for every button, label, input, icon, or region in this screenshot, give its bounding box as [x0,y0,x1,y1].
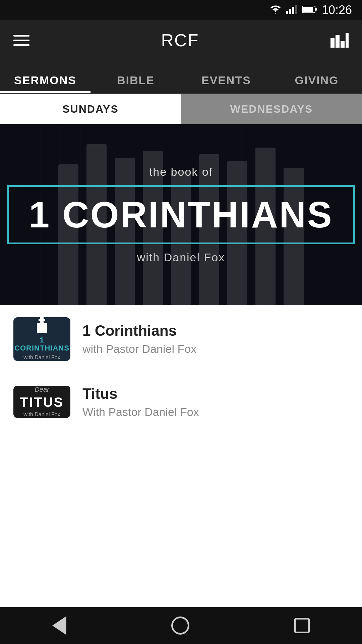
status-bar: 10:26 [0,0,362,20]
recents-icon [294,618,310,633]
bottom-nav [0,607,362,644]
titus-thumb-label: TITUS [20,395,64,410]
hero-title-box: 1 CORINTHIANS [7,185,355,244]
titus-thumb-sub: with Daniel Fox [23,411,60,418]
hero-author: with Daniel Fox [137,251,225,264]
sermon-info-titus: Titus With Pastor Daniel Fox [82,385,349,419]
hero-subtitle: the book of [149,165,213,178]
sermon-title-titus: Titus [82,385,349,402]
app-header: RCF [0,20,362,60]
sermon-item-corinthians[interactable]: 1 CORINTHIANS with Daniel Fox 1 Corinthi… [0,305,362,373]
svg-rect-5 [303,7,313,12]
hero-banner: the book of 1 CORINTHIANS with Daniel Fo… [0,124,362,305]
hamburger-menu-button[interactable] [13,35,29,46]
sermon-pastor-corinthians: with Pastor Daniel Fox [82,342,349,356]
nav-giving[interactable]: GIVING [272,74,362,93]
recents-button[interactable] [294,618,310,633]
status-time: 10:26 [322,3,352,17]
bar-chart-icon[interactable] [330,32,349,49]
sermon-thumb-corinthians: 1 CORINTHIANS with Daniel Fox [13,317,70,361]
sermon-title-corinthians: 1 Corinthians [82,322,349,339]
svg-rect-7 [330,38,335,48]
signal-icon [286,5,298,15]
nav-sermons[interactable]: SERMONS [0,74,90,93]
svg-rect-12 [39,319,45,321]
sermon-pastor-titus: With Pastor Daniel Fox [82,406,349,419]
home-button[interactable] [171,616,189,635]
hero-main-title: 1 CORINTHIANS [29,196,333,233]
svg-rect-8 [336,35,340,48]
tab-wednesdays[interactable]: WEDNESDAYS [181,94,362,124]
home-icon [171,616,189,635]
battery-icon [302,5,317,15]
bottom-spacer [0,431,362,468]
sermon-list: 1 CORINTHIANS with Daniel Fox 1 Corinthi… [0,305,362,431]
sermon-item-titus[interactable]: Dear TITUS with Daniel Fox Titus With Pa… [0,373,362,431]
svg-rect-14 [40,326,44,333]
corinthians-thumb-sub: with Daniel Fox [21,354,62,361]
back-icon [52,616,66,635]
nav-events[interactable]: EVENTS [181,74,272,93]
svg-rect-3 [295,5,297,14]
corinthians-thumb-label: 1 CORINTHIANS [13,336,70,352]
svg-rect-0 [286,11,288,14]
wifi-icon [269,5,282,15]
sub-nav: SUNDAYS WEDNESDAYS [0,94,362,124]
nav-bible[interactable]: BIBLE [90,74,181,93]
svg-rect-1 [289,9,291,14]
titus-dear-label: Dear [35,386,49,393]
status-icons: 10:26 [269,3,352,17]
sermon-info-corinthians: 1 Corinthians with Pastor Daniel Fox [82,322,349,356]
tab-sundays[interactable]: SUNDAYS [0,94,181,124]
svg-rect-2 [292,7,294,14]
main-nav: SERMONS BIBLE EVENTS GIVING [0,60,362,94]
back-button[interactable] [52,616,66,635]
app-title: RCF [161,30,199,50]
svg-rect-10 [346,33,349,48]
svg-rect-6 [315,8,317,11]
sermon-thumb-titus: Dear TITUS with Daniel Fox [13,386,70,418]
hero-content: the book of 1 CORINTHIANS with Daniel Fo… [7,165,355,264]
svg-rect-9 [341,41,345,48]
